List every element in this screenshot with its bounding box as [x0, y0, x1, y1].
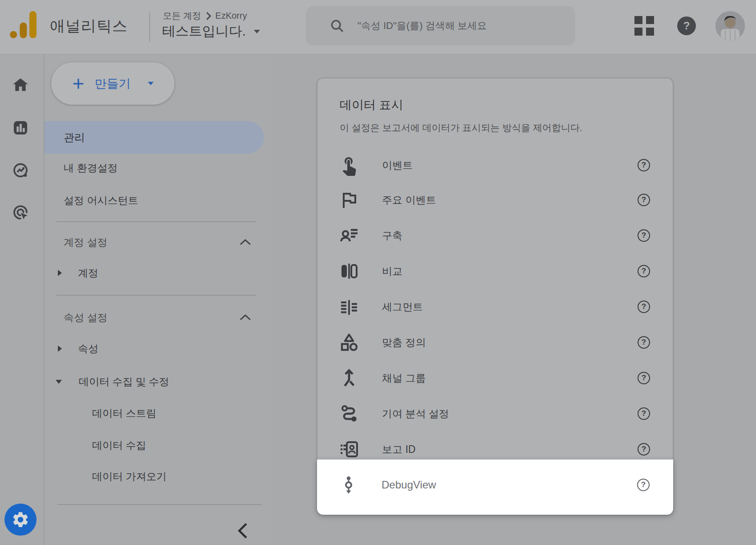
nav-section-account-settings[interactable]: 계정 설정 [64, 234, 107, 250]
row-help-icon[interactable]: ? [638, 194, 650, 206]
row-help-icon[interactable]: ? [638, 407, 650, 420]
card-row-segments[interactable]: 세그먼트 ? [317, 289, 673, 325]
search-icon [329, 18, 345, 34]
card-row-channel-groups[interactable]: 채널 그룹 ? [317, 360, 673, 396]
top-header: 애널리틱스 모든 계정 EzKorry 테스트입니다. "속성 ID"을(를) … [0, 0, 756, 54]
explore-icon[interactable] [12, 162, 29, 179]
breadcrumb[interactable]: 모든 계정 EzKorry [163, 10, 247, 22]
ga-admin-page: 애널리틱스 모든 계정 EzKorry 테스트입니다. "속성 ID"을(를) … [0, 0, 756, 545]
create-button[interactable]: 만들기 [51, 62, 175, 105]
header-divider [149, 12, 150, 42]
avatar[interactable] [715, 11, 745, 41]
row-help-icon[interactable]: ? [638, 336, 650, 349]
data-display-card: 데이터 표시 이 설정은 보고서에 데이터가 표시되는 방식을 제어합니다. 이… [317, 78, 673, 514]
row-help-icon[interactable]: ? [638, 372, 650, 384]
row-help-icon[interactable]: ? [637, 479, 650, 491]
admin-nav: 만들기 관리 내 환경설정 설정 어시스턴트 계정 설정 계정 속성 설정 속성 [45, 54, 272, 545]
card-row-audiences[interactable]: 구축 ? [317, 218, 673, 253]
audience-icon [338, 225, 360, 246]
property-name[interactable]: 테스트입니다. [162, 22, 246, 41]
search-placeholder: "속성 ID"을(를) 검색해 보세요 [358, 19, 487, 33]
row-help-icon[interactable]: ? [638, 443, 650, 456]
chevron-up-icon[interactable] [239, 313, 252, 321]
flag-icon [338, 189, 360, 211]
apps-grid-icon[interactable] [634, 16, 654, 36]
settings-fab[interactable] [4, 504, 37, 536]
help-icon[interactable]: ? [677, 16, 696, 35]
card-row-attribution-settings[interactable]: 기여 분석 설정 ? [317, 396, 673, 431]
nav-divider [57, 221, 256, 222]
nav-section-property-settings[interactable]: 속성 설정 [64, 309, 107, 325]
app-name: 애널리틱스 [50, 16, 128, 37]
expand-right-icon[interactable] [57, 269, 63, 277]
card-row-debugview[interactable]: DebugView ? [317, 467, 673, 503]
card-row-comparisons[interactable]: 비교 ? [317, 253, 673, 289]
reports-icon[interactable] [12, 119, 29, 137]
attribution-path-icon [338, 403, 360, 424]
advertising-icon[interactable] [12, 203, 29, 221]
touch-icon [338, 155, 360, 176]
nav-item-admin[interactable]: 관리 [45, 121, 264, 154]
chevron-up-icon[interactable] [239, 238, 252, 246]
row-help-icon[interactable]: ? [638, 265, 650, 277]
nav-item-data-streams[interactable]: 데이터 스트림 [92, 405, 156, 421]
search-input[interactable]: "속성 ID"을(를) 검색해 보세요 [306, 6, 575, 45]
debugview-highlight: DebugView ? [317, 460, 673, 515]
card-row-custom-definitions[interactable]: 맞춤 정의 ? [317, 325, 673, 360]
breadcrumb-account[interactable]: EzKorry [215, 11, 247, 21]
nav-item-setup-assistant[interactable]: 설정 어시스턴트 [64, 192, 138, 208]
expand-right-icon[interactable] [57, 345, 63, 352]
collapse-nav-icon[interactable] [235, 522, 251, 540]
nav-item-property[interactable]: 속성 [78, 341, 98, 357]
expand-down-icon[interactable] [55, 379, 62, 385]
create-button-label: 만들기 [95, 76, 131, 92]
breadcrumb-chevron-icon [205, 12, 212, 20]
gear-icon [11, 510, 30, 529]
nav-item-account[interactable]: 계정 [78, 265, 98, 281]
create-dropdown-caret-icon[interactable] [147, 81, 154, 86]
card-row-key-events[interactable]: 주요 이벤트 ? [317, 182, 673, 218]
avatar-photo [715, 11, 745, 41]
google-analytics-logo-icon [7, 8, 40, 41]
id-badge-icon [338, 439, 360, 460]
row-help-icon[interactable]: ? [638, 159, 650, 171]
nav-item-my-preferences[interactable]: 내 환경설정 [64, 160, 118, 176]
shapes-icon [338, 332, 360, 353]
compare-icon [338, 260, 360, 282]
breadcrumb-all-accounts[interactable]: 모든 계정 [163, 10, 201, 22]
row-help-icon[interactable]: ? [638, 301, 650, 313]
card-row-events[interactable]: 이벤트 ? [317, 147, 673, 183]
nav-item-data-collection-group[interactable]: 데이터 수집 및 수정 [79, 374, 169, 390]
debugview-plumb-icon [338, 474, 359, 496]
property-dropdown-caret-icon[interactable] [253, 29, 261, 34]
channel-split-icon [338, 367, 360, 389]
nav-item-admin-label: 관리 [64, 130, 85, 145]
nav-item-data-collection[interactable]: 데이터 수집 [92, 437, 146, 453]
property-selector[interactable]: 테스트입니다. [162, 22, 261, 41]
card-title: 데이터 표시 [340, 97, 403, 113]
nav-item-data-import[interactable]: 데이터 가져오기 [92, 468, 167, 484]
nav-divider [58, 504, 262, 505]
left-rail [0, 54, 45, 545]
nav-divider [57, 295, 256, 296]
plus-icon [72, 77, 85, 90]
row-help-icon[interactable]: ? [638, 229, 650, 242]
segment-icon [338, 296, 360, 317]
home-icon[interactable] [12, 76, 29, 94]
card-subtitle: 이 설정은 보고서에 데이터가 표시되는 방식을 제어합니다. [340, 122, 582, 134]
